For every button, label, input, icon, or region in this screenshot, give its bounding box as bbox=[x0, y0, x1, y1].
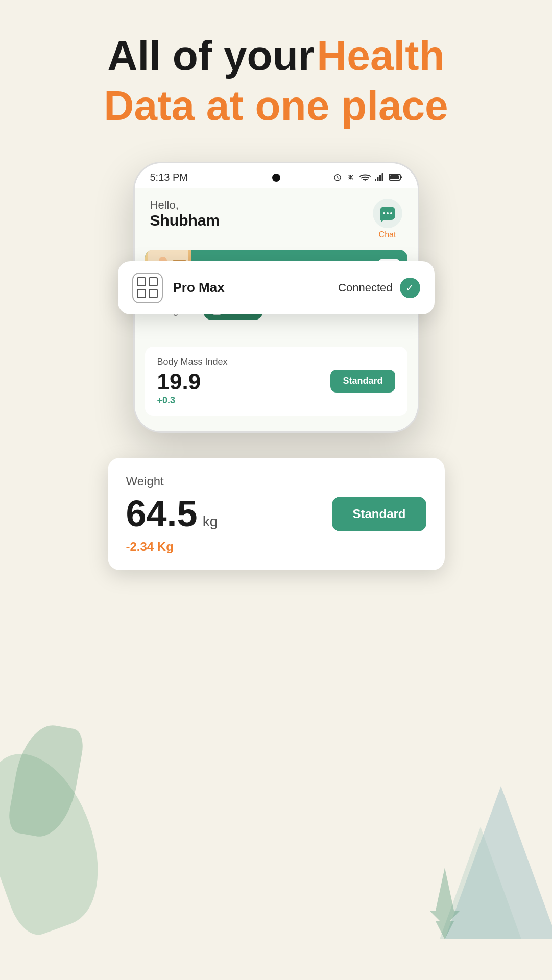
promax-device-icon bbox=[132, 273, 163, 303]
hero-line1-orange: Health bbox=[317, 32, 445, 79]
app-header: Hello, Shubham Chat bbox=[135, 188, 418, 250]
greeting-name: Shubham bbox=[150, 212, 220, 229]
hero-line1-black: All of your bbox=[107, 32, 314, 79]
wifi-icon bbox=[359, 173, 371, 181]
svg-rect-5 bbox=[377, 177, 378, 181]
phone-lower: Body Mass Index 19.9 +0.3 Standard bbox=[135, 339, 418, 431]
alarm-icon bbox=[333, 173, 342, 182]
camera-notch bbox=[272, 174, 280, 182]
weight-standard-button[interactable]: Standard bbox=[332, 497, 426, 531]
status-icons bbox=[333, 173, 402, 182]
svg-line-2 bbox=[338, 178, 339, 179]
weight-card: Weight 64.5 kg -2.34 Kg Standard bbox=[108, 458, 445, 570]
bmi-value: 19.9 bbox=[157, 371, 228, 393]
weight-unit: kg bbox=[203, 513, 218, 530]
chat-icon-circle bbox=[373, 199, 402, 228]
weight-value-row: 64.5 kg bbox=[126, 493, 218, 534]
status-time: 5:13 PM bbox=[150, 172, 188, 183]
connected-check-icon: ✓ bbox=[400, 278, 420, 298]
signal-icon bbox=[375, 173, 385, 181]
greeting-section: Hello, Shubham bbox=[150, 199, 220, 229]
bmi-card: Body Mass Index 19.9 +0.3 Standard bbox=[145, 347, 407, 416]
greeting-text: Hello, bbox=[150, 199, 220, 212]
svg-rect-9 bbox=[390, 175, 399, 179]
hero-line2-orange: Data at one place bbox=[104, 82, 448, 129]
promax-name: Pro Max bbox=[173, 280, 225, 296]
bmi-label: Body Mass Index bbox=[157, 357, 228, 368]
bmi-change: +0.3 bbox=[157, 395, 228, 406]
chat-button[interactable]: Chat bbox=[373, 199, 402, 239]
promax-card: Pro Max Connected ✓ bbox=[118, 261, 435, 314]
svg-rect-6 bbox=[379, 175, 381, 181]
chat-dot-2 bbox=[387, 212, 389, 214]
chat-dot-1 bbox=[383, 212, 385, 214]
weight-change: -2.34 Kg bbox=[126, 540, 218, 554]
battery-icon bbox=[389, 173, 402, 181]
weight-number: 64.5 bbox=[126, 493, 198, 534]
bluetooth-icon bbox=[346, 173, 355, 182]
promax-status: Connected bbox=[338, 281, 392, 295]
status-bar: 5:13 PM bbox=[135, 163, 418, 188]
chat-label: Chat bbox=[379, 230, 396, 239]
svg-rect-7 bbox=[381, 173, 383, 181]
bmi-standard-button[interactable]: Standard bbox=[330, 370, 395, 393]
chat-bubble-icon bbox=[380, 207, 395, 220]
svg-rect-4 bbox=[375, 179, 376, 181]
svg-point-3 bbox=[364, 180, 366, 181]
bmi-info: Body Mass Index 19.9 +0.3 bbox=[157, 357, 228, 406]
chat-dot-3 bbox=[390, 212, 392, 214]
weight-info: Weight 64.5 kg -2.34 Kg bbox=[126, 474, 218, 554]
weight-label: Weight bbox=[126, 474, 218, 488]
hero-title: All of your Health Data at one place bbox=[83, 31, 468, 131]
